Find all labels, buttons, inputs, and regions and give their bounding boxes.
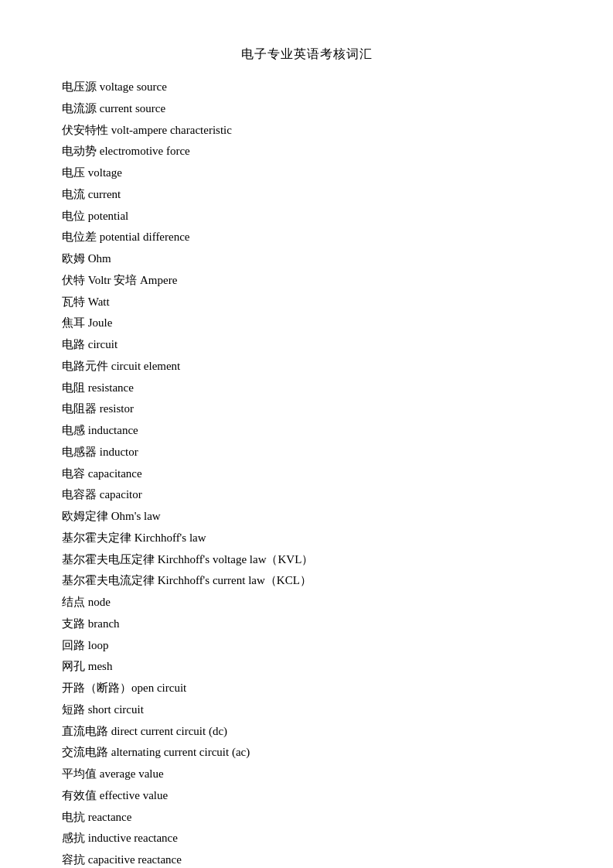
vocab-item-18: 电容 capacitance [62,463,551,485]
vocab-item-10: 瓦特 Watt [62,292,551,313]
page-title: 电子专业英语考核词汇 [62,46,551,63]
vocab-item-13: 电路元件 circuit element [62,356,551,378]
vocab-item-14: 电阻 resistance [62,378,551,399]
vocab-item-32: 平均值 average value [62,764,551,785]
vocab-item-0: 电压源 voltage source [62,77,551,98]
vocab-item-8: 欧姆 Ohm [62,248,551,270]
vocab-item-2: 伏安特性 volt-ampere characteristic [62,120,551,142]
vocab-item-24: 结点 node [62,592,551,613]
vocab-item-17: 电感器 inductor [62,442,551,463]
vocab-item-19: 电容器 capacitor [62,484,551,506]
vocab-item-5: 电流 current [62,184,551,206]
vocab-item-15: 电阻器 resistor [62,398,551,420]
vocab-item-26: 回路 loop [62,635,551,657]
vocab-item-36: 容抗 capacitive reactance [62,849,551,868]
vocab-item-20: 欧姆定律 Ohm's law [62,506,551,528]
vocab-item-12: 电路 circuit [62,334,551,356]
vocab-item-30: 直流电路 direct current circuit (dc) [62,721,551,743]
vocab-item-25: 支路 branch [62,613,551,635]
vocab-item-9: 伏特 Voltr 安培 Ampere [62,270,551,292]
vocab-item-29: 短路 short circuit [62,699,551,721]
vocab-item-31: 交流电路 alternating current circuit (ac) [62,742,551,764]
vocab-list: 电压源 voltage source电流源 current source伏安特性… [62,77,551,868]
vocab-item-7: 电位差 potential difference [62,227,551,248]
vocab-item-6: 电位 potential [62,206,551,227]
vocab-item-21: 基尔霍夫定律 Kirchhoff's law [62,528,551,549]
vocab-item-4: 电压 voltage [62,162,551,184]
vocab-item-16: 电感 inductance [62,420,551,442]
vocab-item-11: 焦耳 Joule [62,313,551,334]
vocab-item-33: 有效值 effective value [62,785,551,807]
vocab-item-3: 电动势 electromotive force [62,141,551,162]
vocab-item-35: 感抗 inductive reactance [62,828,551,849]
vocab-item-1: 电流源 current source [62,98,551,120]
vocab-item-22: 基尔霍夫电压定律 Kirchhoff's voltage law（KVL） [62,549,551,571]
vocab-item-27: 网孔 mesh [62,656,551,678]
vocab-item-28: 开路（断路）open circuit [62,678,551,699]
vocab-item-23: 基尔霍夫电流定律 Kirchhoff's current law（KCL） [62,570,551,592]
vocab-item-34: 电抗 reactance [62,807,551,829]
